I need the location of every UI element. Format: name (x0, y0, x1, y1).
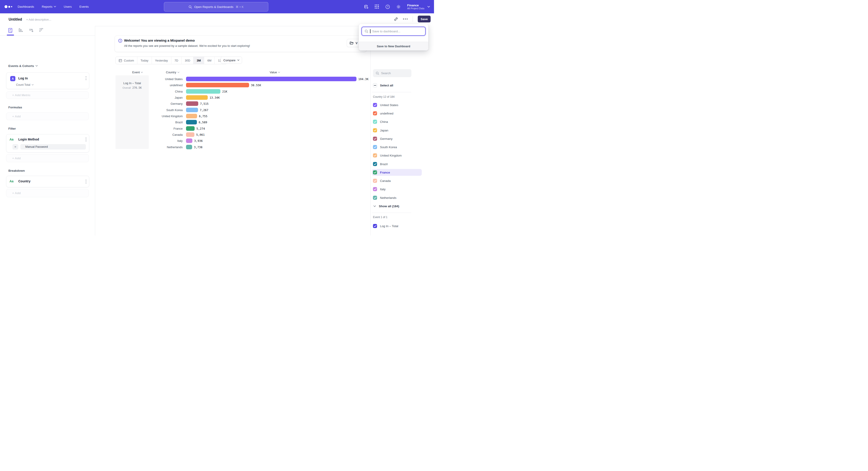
column-header-country[interactable]: Country (166, 70, 180, 74)
help-icon[interactable]: ? (385, 4, 390, 9)
bar-value-label: 7,515 (200, 102, 209, 106)
country-checkbox-row[interactable]: Japan (372, 127, 422, 134)
select-all-row[interactable]: Select all (372, 82, 422, 89)
copy-link-icon[interactable] (394, 17, 398, 21)
save-button[interactable]: Save (418, 16, 431, 22)
country-checkbox-row[interactable]: France (372, 169, 422, 176)
events-cohorts-header[interactable]: Events & Cohorts (8, 64, 38, 68)
range-yesterday[interactable]: Yesterday (152, 57, 171, 64)
filter-value-selector[interactable]: Manual Password (20, 144, 86, 150)
tab-funnels[interactable] (18, 28, 23, 33)
apps-grid-icon[interactable] (375, 4, 379, 9)
breakdown-more-icon[interactable] (86, 180, 87, 183)
country-checkbox[interactable] (373, 128, 377, 133)
country-checkbox[interactable] (373, 179, 377, 183)
country-checkbox[interactable] (373, 103, 377, 107)
country-checkbox-row[interactable]: Canada (372, 177, 422, 184)
filter-operator-selector[interactable]: = (12, 144, 18, 150)
event-series-checkbox[interactable] (373, 224, 377, 228)
bar[interactable] (186, 77, 356, 81)
bar[interactable] (186, 95, 208, 100)
report-title[interactable]: Untitled (8, 18, 22, 22)
country-checkbox[interactable] (373, 111, 377, 115)
data-management-icon[interactable] (364, 4, 368, 9)
country-checkbox[interactable] (373, 120, 377, 124)
country-checkbox-row[interactable]: Brazil (372, 160, 422, 168)
bar[interactable] (186, 114, 197, 118)
tab-insights[interactable] (8, 28, 13, 33)
range-30d[interactable]: 30D (181, 57, 193, 64)
add-metric-button[interactable]: + Add Metric (6, 91, 89, 99)
country-checkbox[interactable] (373, 196, 377, 200)
tab-retention[interactable] (39, 28, 44, 33)
column-header-value[interactable]: Value (270, 70, 280, 74)
nav-item-events[interactable]: Events (79, 5, 89, 8)
bar[interactable] (186, 89, 220, 94)
event-series-cell[interactable]: Log In – Total Overall276.5K (116, 75, 149, 149)
bar[interactable] (186, 133, 194, 137)
metric-aggregation-selector[interactable]: Count Total (16, 83, 34, 86)
add-formula-button[interactable]: + Add (6, 112, 89, 120)
add-breakdown-button[interactable]: + Add (6, 189, 89, 197)
nav-item-dashboards[interactable]: Dashboards (18, 5, 34, 8)
country-checkbox[interactable] (373, 145, 377, 149)
country-checkbox-row[interactable]: undefined (372, 110, 422, 117)
country-checkbox-label: Germany (380, 137, 393, 141)
range-3m-selected[interactable]: 3M (193, 57, 204, 64)
metric-name[interactable]: Log In (18, 77, 28, 80)
segments-search-input[interactable]: Search (373, 69, 411, 77)
save-dashboard-search-input[interactable]: Save to dashboard... (362, 27, 426, 36)
add-filter-button[interactable]: + Add (6, 154, 89, 162)
filter-card-login-method[interactable]: Aa Login Method = Manual Password (6, 134, 89, 152)
range-6m[interactable]: 6M (204, 57, 215, 64)
settings-gear-icon[interactable] (396, 4, 401, 9)
country-checkbox[interactable] (373, 137, 377, 141)
metric-card-log-in[interactable]: A Log In Count Total (6, 72, 89, 89)
nav-item-users[interactable]: Users (64, 5, 72, 8)
chart-bar-row: Brazil 6,589 (149, 120, 207, 124)
country-checkbox-row[interactable]: Germany (372, 135, 422, 142)
country-checkbox-row[interactable]: Italy (372, 186, 422, 193)
global-search-input[interactable]: Open Reports & Dashboards ⌘ + K (164, 2, 268, 11)
country-checkbox-row[interactable]: Netherlands (372, 194, 422, 201)
add-description-button[interactable]: + Add description... (26, 18, 51, 21)
show-all-toggle[interactable]: Show all (184) (372, 203, 399, 209)
bar[interactable] (186, 101, 198, 106)
country-checkbox[interactable] (373, 153, 377, 157)
country-checkbox-label: South Korea (380, 145, 397, 149)
bar-country-label: Netherlands (149, 145, 186, 149)
bar[interactable] (186, 139, 192, 143)
tab-flows[interactable] (29, 28, 34, 33)
bar[interactable] (186, 83, 249, 87)
country-checkbox-row[interactable]: South Korea (372, 144, 422, 150)
country-checkbox[interactable] (373, 162, 377, 166)
compare-button[interactable]: Compare (221, 57, 242, 64)
bar[interactable] (186, 126, 195, 131)
country-checkbox-row[interactable]: China (372, 118, 422, 125)
nav-item-reports[interactable]: Reports (42, 5, 56, 8)
column-header-event[interactable]: Event (132, 70, 143, 74)
chart-bar-row: United Kingdom 6,755 (149, 114, 208, 118)
range-today[interactable]: Today (137, 57, 152, 64)
more-actions-icon[interactable] (403, 19, 408, 20)
country-checkbox-row[interactable]: United Kingdom (372, 152, 422, 159)
range-custom[interactable]: Custom (116, 57, 137, 64)
bar[interactable] (186, 120, 197, 124)
bar[interactable] (186, 108, 198, 112)
breakdown-property-name[interactable]: Country (18, 179, 31, 183)
range-7d[interactable]: 7D (171, 57, 182, 64)
view-tabs (0, 26, 95, 36)
project-switcher[interactable]: Finance All Project Data (407, 4, 430, 10)
bar[interactable] (186, 145, 192, 149)
event-series-row[interactable]: Log In – Total (372, 223, 422, 229)
breakdown-card-country[interactable]: Aa Country (6, 176, 89, 187)
country-checkbox-row[interactable]: United States (372, 101, 422, 108)
filter-property-name[interactable]: Login Method (18, 138, 39, 141)
country-checkbox[interactable] (373, 170, 377, 174)
save-to-new-dashboard-button[interactable]: Save to New Dashboard (359, 41, 428, 51)
metric-more-icon[interactable] (86, 76, 87, 80)
filter-more-icon[interactable] (86, 138, 87, 141)
country-checkbox[interactable] (373, 187, 377, 191)
mixpanel-logo-icon[interactable] (4, 5, 15, 8)
select-all-checkbox-indeterminate[interactable] (373, 83, 377, 87)
